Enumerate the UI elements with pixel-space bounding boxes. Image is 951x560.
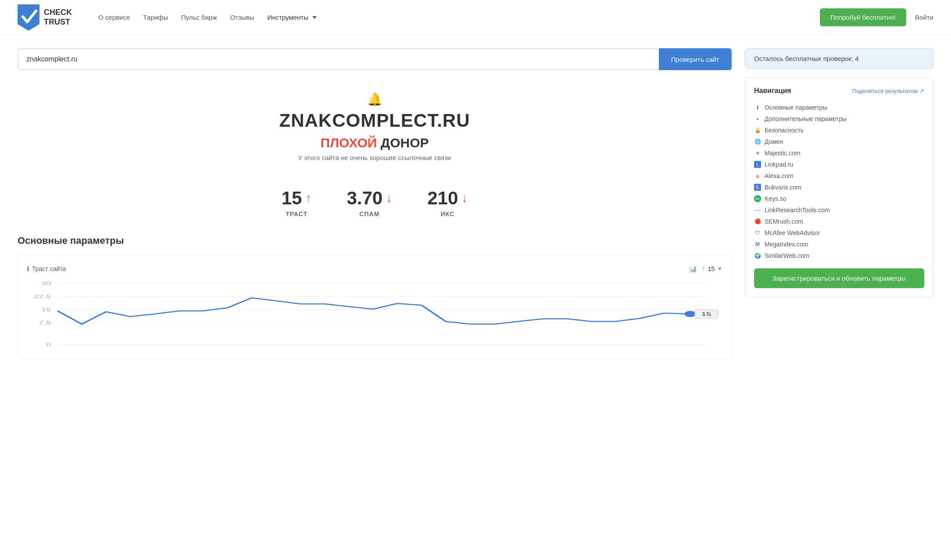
- share-icon: ↗: [919, 88, 924, 94]
- stat-iks-value: 210: [427, 188, 458, 209]
- nav-item-linkpad[interactable]: L Linkpad.ru: [754, 159, 924, 170]
- header: CHECK TRUST О сервисе Тарифы Пульс бирж …: [0, 0, 951, 35]
- stat-trast-value: 15: [282, 188, 302, 209]
- nav-card-header: Навигация Поделиться результатом ↗: [754, 87, 924, 95]
- nav-item-alexa[interactable]: a Alexa.com: [754, 170, 924, 182]
- linkpad-icon: L: [754, 161, 761, 168]
- lock-icon: 🔒: [754, 127, 761, 134]
- nav-tariffs[interactable]: Тарифы: [143, 14, 168, 21]
- main-nav: О сервисе Тарифы Пульс бирж Отзывы Инстр…: [98, 14, 820, 21]
- globe-icon: 🌐: [754, 138, 761, 145]
- share-link[interactable]: Поделиться результатом ↗: [852, 88, 924, 94]
- nav-tools[interactable]: Инструменты: [267, 14, 317, 21]
- similarweb-icon: 🌍: [754, 252, 761, 259]
- info-nav-icon: ℹ: [754, 104, 761, 111]
- verdict-donor: ДОНОР: [381, 136, 429, 150]
- stat-spam-label: СПАМ: [347, 210, 392, 218]
- nav-item-basic[interactable]: ℹ Основные параметры: [754, 102, 924, 113]
- logo-icon: [18, 4, 39, 31]
- megaindex-icon: M: [754, 241, 761, 248]
- arrow-up-small-icon: ↑: [702, 265, 705, 273]
- login-button[interactable]: Войти: [915, 14, 933, 21]
- stat-trast: 15 ↑ ТРАСТ: [282, 188, 312, 218]
- nav-card: Навигация Поделиться результатом ↗ ℹ Осн…: [745, 78, 933, 297]
- svg-text:15: 15: [41, 307, 51, 312]
- stat-iks-label: ИКС: [427, 210, 468, 218]
- search-input[interactable]: [18, 48, 659, 70]
- section-title: Основные параметры: [18, 235, 732, 246]
- svg-text:22.5: 22.5: [34, 294, 51, 299]
- header-right: Попробуй бесплатно! Войти: [820, 8, 933, 26]
- nav-item-semrush[interactable]: 🔴 SEMrush.com: [754, 216, 924, 227]
- nav-item-bukvarix[interactable]: Б Bukvarix.com: [754, 182, 924, 193]
- chart-header: ℹ Траст сайта 📊 ↑ 15 ▼: [27, 264, 722, 273]
- nav-item-keys[interactable]: ke Keys.so: [754, 193, 924, 204]
- check-button[interactable]: Проверить сайт: [659, 48, 732, 70]
- svg-text:30: 30: [41, 281, 51, 286]
- domain-verdict: ПЛОХОЙ ДОНОР: [18, 136, 732, 150]
- alexa-icon: a: [754, 172, 761, 179]
- chart-view-icon[interactable]: 📊: [689, 265, 697, 272]
- folder-icon: ▪: [754, 115, 761, 122]
- nav-about[interactable]: О сервисе: [98, 14, 130, 21]
- nav-item-megaindex[interactable]: M MegaIndex.com: [754, 239, 924, 250]
- nav-item-extra[interactable]: ▪ Дополнительные параметры: [754, 113, 924, 125]
- register-button[interactable]: Зарегистрироваться и обновить параметры: [754, 268, 924, 288]
- arrow-up-icon: ↑: [305, 191, 311, 205]
- star-icon: ★: [754, 150, 761, 157]
- domain-description: У этого сайта не очень хорошие ссылочные…: [18, 154, 732, 161]
- verdict-bad: ПЛОХОЙ: [321, 136, 377, 150]
- free-checks-notice: Осталось бесплатных проверок: 4: [745, 48, 933, 69]
- chart-icons: 📊: [689, 265, 697, 272]
- nav-reviews[interactable]: Отзывы: [230, 14, 254, 21]
- try-free-button[interactable]: Попробуй бесплатно!: [820, 8, 906, 26]
- logo[interactable]: CHECK TRUST: [18, 4, 72, 31]
- nav-item-majestic[interactable]: ★ Majestic.com: [754, 147, 924, 159]
- search-bar: Проверить сайт: [18, 48, 732, 70]
- content-left: Проверить сайт 🔔 ZNAKCOMPLECT.RU ПЛОХОЙ …: [18, 48, 732, 359]
- logo-line2: TRUST: [44, 18, 72, 27]
- domain-name: ZNAKCOMPLECT.RU: [18, 110, 732, 131]
- chart-container: 30 22.5 15 7.5 0: [27, 280, 722, 350]
- chevron-chart-icon[interactable]: ▼: [717, 266, 722, 272]
- chart-section: ℹ Траст сайта 📊 ↑ 15 ▼: [18, 255, 732, 359]
- nav-item-similarweb[interactable]: 🌍 SimilarWeb.com: [754, 250, 924, 261]
- svg-text:0: 0: [46, 342, 51, 347]
- stat-trast-label: ТРАСТ: [282, 210, 312, 218]
- domain-icon: 🔔: [367, 92, 383, 107]
- logo-line1: CHECK: [44, 8, 72, 18]
- semrush-icon: 🔴: [754, 218, 761, 225]
- arrow-down-icon-2: ↓: [461, 191, 468, 205]
- chevron-down-icon: [312, 16, 317, 19]
- nav-pulse[interactable]: Пульс бирж: [181, 14, 217, 21]
- stat-iks: 210 ↓ ИКС: [427, 188, 468, 218]
- stat-spam: 3.70 ↓ СПАМ: [347, 188, 392, 218]
- lrt-icon: ⋯: [754, 207, 761, 214]
- svg-text:7.5: 7.5: [39, 320, 51, 325]
- chart-last-point: [684, 311, 696, 317]
- mcafee-icon: 🛡: [754, 229, 761, 236]
- chart-label: ℹ Траст сайта: [27, 264, 66, 273]
- nav-list: ℹ Основные параметры ▪ Дополнительные па…: [754, 102, 924, 261]
- stats-row: 15 ↑ ТРАСТ 3.70 ↓ СПАМ 210 ↓ ИКС: [18, 188, 732, 218]
- arrow-down-icon: ↓: [386, 191, 392, 205]
- nav-item-lrt[interactable]: ⋯ LinkResearchTools.com: [754, 204, 924, 216]
- nav-card-title: Навигация: [754, 87, 791, 95]
- keys-icon: ke: [754, 195, 761, 202]
- nav-item-security[interactable]: 🔒 Безопасность: [754, 125, 924, 136]
- nav-item-mcafee[interactable]: 🛡 McAfee WebAdvisor: [754, 227, 924, 239]
- domain-result: 🔔 ZNAKCOMPLECT.RU ПЛОХОЙ ДОНОР У этого с…: [18, 83, 732, 188]
- info-icon: ℹ: [27, 264, 29, 273]
- main-content: Проверить сайт 🔔 ZNAKCOMPLECT.RU ПЛОХОЙ …: [0, 35, 951, 372]
- svg-text:15: 15: [701, 311, 711, 317]
- chart-svg: 30 22.5 15 7.5 0: [27, 280, 722, 350]
- stat-spam-value: 3.70: [347, 188, 383, 209]
- chart-value: ↑ 15 ▼: [702, 265, 722, 273]
- nav-item-domain[interactable]: 🌐 Домен: [754, 136, 924, 147]
- sidebar: Осталось бесплатных проверок: 4 Навигаци…: [745, 48, 933, 359]
- bukvarix-icon: Б: [754, 184, 761, 191]
